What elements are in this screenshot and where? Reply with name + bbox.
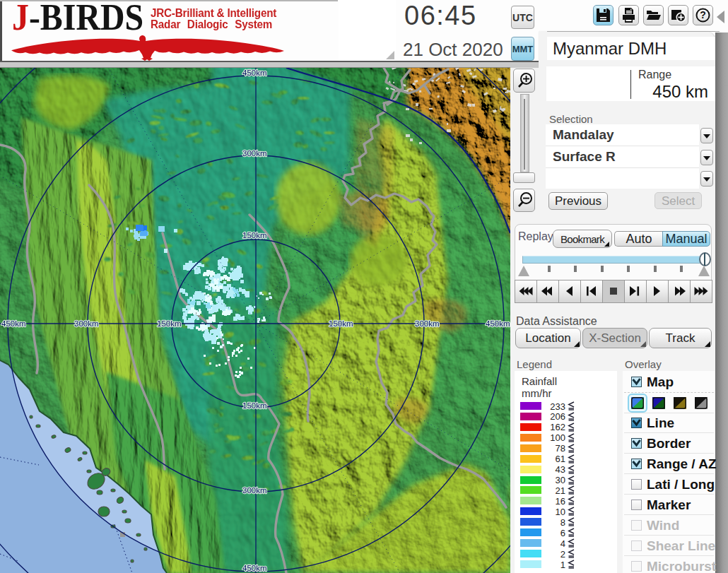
svg-text:?: ? [700,9,706,20]
svg-text:450km: 450km [1,319,26,328]
svg-text:150km: 150km [242,401,267,410]
svg-text:450km: 450km [242,69,267,77]
svg-text:150km: 150km [157,319,182,328]
svg-text:150km: 150km [242,231,267,240]
svg-text:450km: 450km [242,564,267,572]
svg-text:300km: 300km [242,486,267,495]
svg-text:300km: 300km [74,319,99,328]
svg-text:300km: 300km [242,149,267,158]
svg-text:450km: 450km [486,319,510,328]
svg-text:300km: 300km [415,319,440,328]
svg-text:150km: 150km [329,319,353,328]
